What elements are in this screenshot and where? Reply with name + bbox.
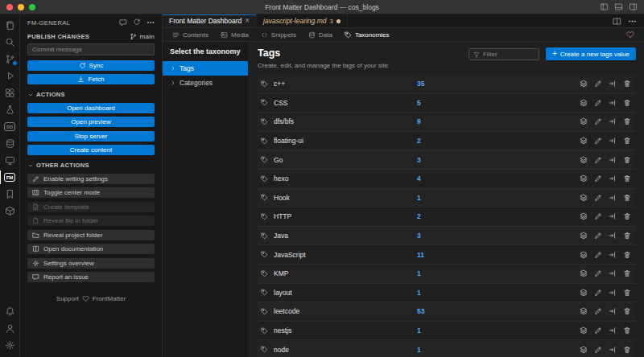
filter-input[interactable]: [483, 51, 535, 58]
toggle-center-mode-button[interactable]: Toggle center mode: [27, 187, 155, 198]
move-arrow-icon[interactable]: [609, 346, 617, 354]
move-arrow-icon[interactable]: [609, 232, 617, 240]
toggle-sidebar-icon[interactable]: [600, 2, 609, 11]
close-icon[interactable]: ×: [245, 17, 250, 25]
git-branch[interactable]: main: [130, 33, 155, 40]
move-arrow-icon[interactable]: [609, 326, 617, 334]
move-arrow-icon[interactable]: [609, 212, 617, 220]
sponsor-heart[interactable]: [626, 31, 634, 39]
layers-icon[interactable]: [580, 99, 588, 107]
actions-section-header[interactable]: ACTIONS: [20, 86, 162, 101]
trash-icon[interactable]: [623, 212, 631, 220]
layers-icon[interactable]: [580, 137, 588, 145]
layers-icon[interactable]: [580, 307, 588, 315]
trash-icon[interactable]: [623, 346, 631, 354]
reveal-project-folder-button[interactable]: Reveal project folder: [27, 230, 155, 240]
report-an-issue-button[interactable]: Report an issue: [27, 272, 155, 282]
layers-icon[interactable]: [580, 289, 588, 297]
nav-media[interactable]: Media: [221, 31, 249, 39]
activity-source-control[interactable]: [0, 51, 20, 68]
layers-icon[interactable]: [580, 117, 588, 125]
more-actions-icon[interactable]: [628, 17, 637, 26]
move-arrow-icon[interactable]: [609, 194, 617, 202]
trash-icon[interactable]: [623, 156, 631, 164]
trash-icon[interactable]: [623, 232, 631, 240]
layers-icon[interactable]: [580, 251, 588, 259]
nav-data[interactable]: Data: [308, 31, 332, 39]
activity-explorer[interactable]: [0, 17, 20, 34]
tab-javascript-learing[interactable]: javascript-learing.md 3: [257, 14, 348, 27]
move-arrow-icon[interactable]: [609, 307, 617, 315]
nav-snippets[interactable]: Snippets: [261, 31, 296, 39]
move-arrow-icon[interactable]: [609, 174, 617, 183]
edit-pencil-icon[interactable]: [594, 307, 602, 315]
toggle-panel-icon[interactable]: [614, 2, 623, 11]
stop-server-button[interactable]: Stop server: [27, 131, 155, 142]
edit-pencil-icon[interactable]: [594, 80, 602, 88]
trash-icon[interactable]: [623, 117, 631, 125]
fetch-button[interactable]: Fetch: [27, 74, 155, 84]
taxonomy-item-tags[interactable]: Tags: [163, 61, 248, 76]
split-editor-icon[interactable]: [613, 17, 621, 26]
feedback-comment-icon[interactable]: [119, 18, 127, 27]
activity-package[interactable]: [0, 203, 20, 220]
nav-taxonomies[interactable]: Taxonomies: [345, 31, 390, 39]
open-documentation-button[interactable]: Open documentation: [27, 244, 155, 254]
activity-run-debug[interactable]: [0, 68, 20, 84]
move-arrow-icon[interactable]: [609, 289, 617, 297]
tab-front-matter-dashboard[interactable]: Front Matter Dashboard ×: [163, 14, 257, 27]
move-arrow-icon[interactable]: [609, 117, 617, 125]
other-actions-section-header[interactable]: OTHER ACTIONS: [20, 157, 162, 171]
trash-icon[interactable]: [623, 80, 631, 88]
trash-icon[interactable]: [623, 194, 631, 202]
activity-sd-extension[interactable]: SD: [0, 118, 20, 135]
layers-icon[interactable]: [580, 269, 588, 277]
layers-icon[interactable]: [580, 80, 588, 88]
layers-icon[interactable]: [580, 212, 588, 220]
taxonomy-item-categories[interactable]: Categories: [163, 76, 248, 90]
move-arrow-icon[interactable]: [609, 137, 617, 145]
refresh-icon[interactable]: [133, 18, 141, 27]
activity-account[interactable]: [0, 320, 20, 337]
reveal-file-in-folder-button[interactable]: Reveal file in folder: [27, 215, 155, 226]
activity-extensions[interactable]: [0, 84, 20, 101]
trash-icon[interactable]: [623, 251, 631, 259]
activity-remote-explorer[interactable]: [0, 152, 20, 169]
edit-pencil-icon[interactable]: [594, 251, 602, 259]
layers-icon[interactable]: [580, 174, 588, 183]
settings-overview-button[interactable]: Settings overview: [27, 258, 155, 269]
layers-icon[interactable]: [580, 156, 588, 164]
activity-settings[interactable]: [0, 337, 20, 354]
move-arrow-icon[interactable]: [609, 251, 617, 259]
edit-pencil-icon[interactable]: [594, 99, 602, 107]
move-arrow-icon[interactable]: [609, 156, 617, 164]
activity-notifications[interactable]: [0, 303, 20, 320]
move-arrow-icon[interactable]: [609, 80, 617, 88]
activity-search[interactable]: [0, 34, 20, 51]
activity-front-matter[interactable]: FM: [0, 169, 20, 186]
move-arrow-icon[interactable]: [609, 269, 617, 277]
trash-icon[interactable]: [623, 307, 631, 315]
commit-message-input[interactable]: [27, 43, 155, 55]
edit-pencil-icon[interactable]: [594, 289, 602, 297]
modified-dot-icon[interactable]: [336, 19, 341, 23]
zoom-window-button[interactable]: [29, 4, 35, 10]
edit-pencil-icon[interactable]: [594, 326, 602, 334]
edit-pencil-icon[interactable]: [594, 174, 602, 183]
create-content-button[interactable]: Create content: [27, 145, 155, 155]
edit-pencil-icon[interactable]: [594, 117, 602, 125]
move-arrow-icon[interactable]: [609, 99, 617, 107]
edit-pencil-icon[interactable]: [594, 346, 602, 354]
layers-icon[interactable]: [580, 346, 588, 354]
minimize-window-button[interactable]: [18, 4, 24, 10]
nav-contents[interactable]: Contents: [172, 31, 208, 39]
trash-icon[interactable]: [623, 326, 631, 334]
edit-pencil-icon[interactable]: [594, 156, 602, 164]
edit-pencil-icon[interactable]: [594, 212, 602, 220]
sync-button[interactable]: Sync: [27, 60, 155, 71]
activity-database[interactable]: [0, 135, 20, 152]
open-preview-button[interactable]: Open preview: [27, 117, 155, 127]
toggle-secondary-sidebar-icon[interactable]: [629, 2, 638, 11]
support-link[interactable]: Support FrontMatter: [20, 295, 162, 302]
edit-pencil-icon[interactable]: [594, 269, 602, 277]
